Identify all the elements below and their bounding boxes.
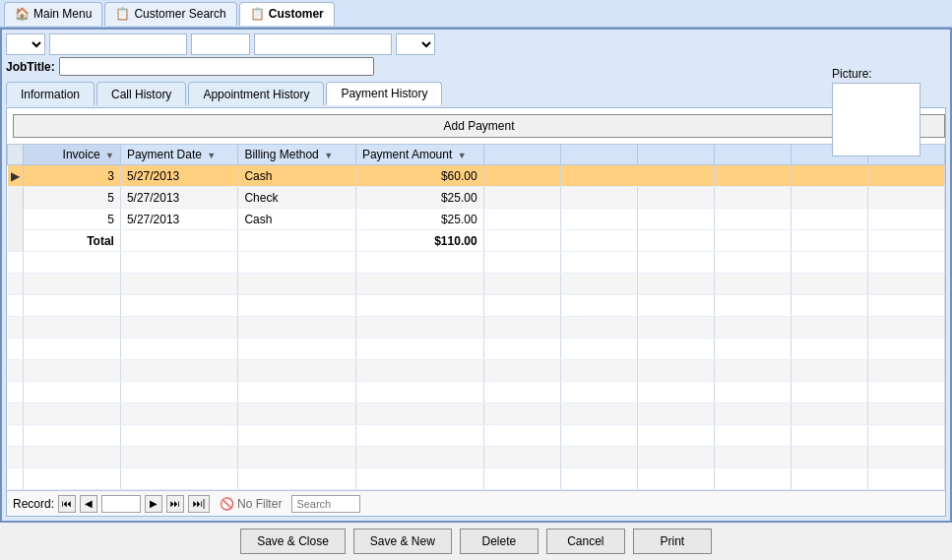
col-billing-method-header[interactable]: Billing Method ▼ (238, 145, 355, 165)
tab-main-menu[interactable]: 🏠 Main Menu (4, 2, 102, 26)
first-name-input[interactable]: Test (49, 33, 187, 55)
customer-name-row: Test Customer (6, 33, 946, 55)
no-filter-icon: 🚫 (220, 497, 234, 511)
action-bar: Save & Close Save & New Delete Cancel Pr… (0, 523, 952, 558)
col-extra4 (714, 145, 791, 165)
record-label: Record: (13, 497, 54, 511)
job-title-input[interactable] (59, 57, 374, 76)
cell-total-date (120, 230, 238, 252)
new-record-button[interactable]: ⏭| (188, 495, 210, 513)
cell-amount-3: $25.00 (355, 209, 483, 230)
empty-row (8, 317, 945, 339)
cell-te3 (637, 230, 714, 252)
cancel-button[interactable]: Cancel (546, 529, 625, 554)
col-payment-date-header[interactable]: Payment Date ▼ (120, 145, 238, 165)
title-dropdown[interactable] (6, 33, 45, 55)
cell-e5-1 (791, 165, 867, 187)
customer-search-icon: 📋 (115, 7, 130, 21)
row-arrow-2 (8, 187, 24, 209)
record-navigator: Record: ⏮ ◀ ▶ ⏭ ⏭| 🚫 No Filter (7, 490, 945, 516)
picture-label: Picture: (832, 67, 930, 81)
last-record-button[interactable]: ⏭ (166, 495, 184, 513)
picture-box (832, 83, 920, 156)
suffix-dropdown[interactable] (396, 33, 435, 55)
cell-total-label: Total (23, 230, 120, 252)
cell-e2-3 (560, 209, 637, 230)
search-input[interactable] (291, 495, 360, 513)
empty-row (8, 382, 945, 404)
table-row[interactable]: 5 5/27/2013 Check $25.00 (8, 187, 945, 209)
cell-te6 (867, 230, 944, 252)
invoice-sort-icon: ▼ (105, 151, 114, 160)
cell-e2-2 (560, 187, 637, 209)
cell-total-amount: $110.00 (355, 230, 483, 252)
cell-e3-2 (637, 187, 714, 209)
empty-row (8, 468, 945, 490)
empty-row (8, 274, 945, 295)
col-extra1 (483, 145, 560, 165)
add-payment-button[interactable]: Add Payment (13, 114, 945, 138)
payment-date-sort-icon: ▼ (207, 151, 216, 160)
outer-frame: Test Customer JobTitle: Picture: Informa… (0, 28, 952, 523)
payment-table: Invoice ▼ Payment Date ▼ Billing Method … (7, 144, 945, 490)
middle-name-input[interactable] (191, 33, 250, 55)
cell-method-2: Check (238, 187, 355, 209)
print-button[interactable]: Print (633, 529, 712, 554)
row-arrow-3 (8, 209, 24, 230)
tab-customer-search[interactable]: 📋 Customer Search (104, 2, 236, 26)
title-bar: 🏠 Main Menu 📋 Customer Search 📋 Customer (0, 0, 952, 28)
empty-row (8, 360, 945, 382)
prev-record-button[interactable]: ◀ (80, 495, 97, 513)
last-name-input[interactable]: Customer (254, 33, 392, 55)
cell-e1-3 (483, 209, 560, 230)
cell-method-1: Cash (238, 165, 355, 187)
job-title-row: JobTitle: (6, 57, 946, 76)
cell-method-3: Cash (238, 209, 355, 230)
delete-button[interactable]: Delete (460, 529, 539, 554)
tab-payment-history[interactable]: Payment History (326, 82, 442, 105)
cell-date-2: 5/27/2013 (120, 187, 238, 209)
cell-e5-3 (791, 209, 867, 230)
picture-section: Picture: (832, 67, 930, 156)
cell-date-3: 5/27/2013 (120, 209, 238, 230)
save-new-button[interactable]: Save & New (353, 529, 452, 554)
row-arrow-total (8, 230, 24, 252)
table-row[interactable]: ▶ 3 5/27/2013 Cash $60.00 (8, 165, 945, 187)
no-filter-section: 🚫 No Filter (220, 497, 282, 511)
tab-call-history[interactable]: Call History (96, 82, 186, 105)
cell-invoice-3: 5 (23, 209, 120, 230)
cell-e1-1 (483, 165, 560, 187)
col-payment-amount-header[interactable]: Payment Amount ▼ (355, 145, 483, 165)
tab-customer[interactable]: 📋 Customer (239, 2, 335, 26)
tab-appointment-history[interactable]: Appointment History (188, 82, 324, 105)
empty-row (8, 252, 945, 274)
col-invoice-header[interactable]: Invoice ▼ (23, 145, 120, 165)
col-arrow-header (8, 145, 24, 165)
cell-te5 (791, 230, 867, 252)
customer-form-area: Test Customer JobTitle: Picture: (6, 33, 946, 80)
empty-row (8, 447, 945, 468)
tab-information[interactable]: Information (6, 82, 95, 105)
table-header-row: Invoice ▼ Payment Date ▼ Billing Method … (8, 145, 945, 165)
table-panel: Add Payment Invoice ▼ Payment Date ▼ (6, 107, 946, 517)
record-number-input[interactable] (101, 495, 141, 513)
data-grid: Invoice ▼ Payment Date ▼ Billing Method … (7, 144, 945, 490)
table-row[interactable]: 5 5/27/2013 Cash $25.00 (8, 209, 945, 230)
cell-e4-2 (714, 187, 791, 209)
tabs-row: Information Call History Appointment His… (6, 82, 946, 105)
cell-e4-1 (714, 165, 791, 187)
payment-amount-sort-icon: ▼ (458, 151, 467, 160)
col-extra3 (637, 145, 714, 165)
cell-te2 (560, 230, 637, 252)
cell-amount-1: $60.00 (355, 165, 483, 187)
customer-icon: 📋 (250, 7, 265, 21)
tab-main-menu-label: Main Menu (33, 7, 92, 21)
next-record-button[interactable]: ▶ (145, 495, 162, 513)
save-close-button[interactable]: Save & Close (240, 529, 346, 554)
cell-e3-3 (637, 209, 714, 230)
cell-te1 (483, 230, 560, 252)
col-extra2 (560, 145, 637, 165)
cell-e6-1 (867, 165, 944, 187)
first-record-button[interactable]: ⏮ (58, 495, 76, 513)
cell-invoice-2: 5 (23, 187, 120, 209)
